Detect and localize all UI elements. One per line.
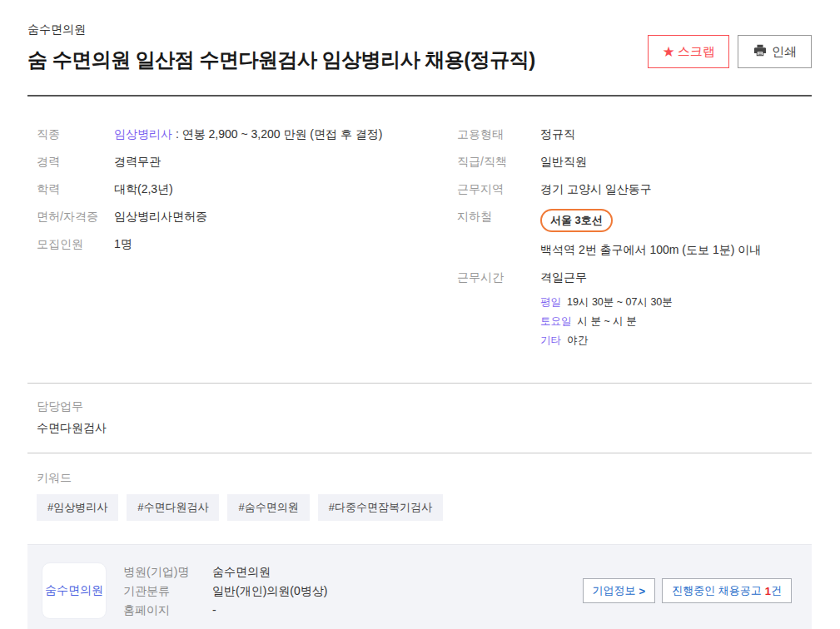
schedule-day-label: 평일 (540, 296, 561, 308)
work-time-type: 격일근무 (540, 270, 673, 285)
row-value: 임상병리사면허증 (114, 209, 207, 225)
scrap-button[interactable]: ★ 스크랩 (648, 35, 729, 68)
company-info: 병원(기업)명 숨수면의원 기관분류 일반(개인)의원(0병상) 홈페이지 - (123, 561, 327, 622)
work-schedule: 평일19시 30분 ~ 07시 30분 토요일시 분 ~ 시 분 기타야간 (540, 296, 673, 347)
job-category-link[interactable]: 임상병리사 (114, 127, 172, 141)
company-info-button[interactable]: 기업정보 > (583, 578, 656, 603)
details-right-column: 고용형태 정규직 직급/직책 일반직원 근무지역 경기 고양시 일산동구 지하철… (457, 126, 812, 365)
divider-top (27, 95, 812, 97)
details-left-column: 직종 임상병리사 : 연봉 2,900 ~ 3,200 만원 (면접 후 결정)… (37, 126, 457, 365)
scrap-button-label: 스크랩 (678, 44, 715, 60)
schedule-etc: 기타야간 (540, 334, 673, 347)
row-label: 고용형태 (457, 126, 540, 142)
active-jobs-unit: 건 (771, 583, 782, 598)
schedule-saturday: 토요일시 분 ~ 시 분 (540, 315, 673, 328)
row-label: 직급/직책 (457, 154, 540, 170)
printer-icon (753, 43, 772, 60)
row-value: - (212, 602, 216, 618)
company-name-small: 숨수면의원 (27, 22, 648, 37)
row-value: 경기 고양시 일산동구 (540, 181, 652, 197)
header: 숨수면의원 숨 수면의원 일산점 수면다원검사 임상병리사 채용(정규직) ★ … (27, 22, 812, 73)
row-value: 1명 (114, 236, 132, 252)
duty-section: 담당업무 수면다원검사 (27, 399, 812, 436)
salary-text: : 연봉 2,900 ~ 3,200 만원 (면접 후 결정) (172, 127, 382, 141)
row-job-category: 직종 임상병리사 : 연봉 2,900 ~ 3,200 만원 (면접 후 결정) (37, 126, 457, 142)
keyword-chip[interactable]: #임상병리사 (37, 494, 118, 521)
star-icon: ★ (662, 43, 674, 61)
print-button[interactable]: 인쇄 (738, 35, 812, 68)
subway-note: 백석역 2번 출구에서 100m (도보 1분) 이내 (540, 242, 761, 258)
print-button-label: 인쇄 (772, 44, 797, 60)
row-label: 모집인원 (37, 236, 114, 252)
company-name-row: 병원(기업)명 숨수면의원 (123, 564, 327, 580)
row-value: 숨수면의원 (212, 564, 271, 580)
keyword-chip[interactable]: #다중수면잠복기검사 (318, 494, 443, 521)
row-education: 학력 대학(2,3년) (37, 181, 457, 197)
job-posting-page: 숨수면의원 숨 수면의원 일산점 수면다원검사 임상병리사 채용(정규직) ★ … (0, 0, 840, 629)
row-value: 정규직 (540, 126, 575, 142)
schedule-weekday: 평일19시 30분 ~ 07시 30분 (540, 296, 673, 309)
subway-line-badge: 서울 3호선 (540, 209, 613, 232)
divider (27, 453, 812, 453)
row-employment-type: 고용형태 정규직 (457, 126, 812, 142)
row-career: 경력 경력무관 (37, 154, 457, 170)
company-panel: 숨수면의원 병원(기업)명 숨수면의원 기관분류 일반(개인)의원(0병상) 홈… (27, 544, 812, 629)
duty-value: 수면다원검사 (37, 421, 812, 436)
row-work-time: 근무시간 격일근무 평일19시 30분 ~ 07시 30분 토요일시 분 ~ 시… (457, 270, 812, 354)
header-titles: 숨수면의원 숨 수면의원 일산점 수면다원검사 임상병리사 채용(정규직) (27, 22, 648, 73)
schedule-time: 19시 30분 ~ 07시 30분 (567, 296, 673, 308)
row-value: 일반직원 (540, 154, 587, 170)
header-buttons: ★ 스크랩 인쇄 (648, 35, 812, 68)
schedule-day-label: 기타 (540, 334, 561, 346)
work-time-value: 격일근무 평일19시 30분 ~ 07시 30분 토요일시 분 ~ 시 분 기타… (540, 270, 673, 354)
row-label: 기관분류 (123, 583, 212, 599)
row-label: 학력 (37, 181, 114, 197)
keywords-label: 키워드 (37, 471, 812, 486)
row-label: 근무시간 (457, 270, 540, 354)
schedule-time: 시 분 ~ 시 분 (578, 315, 637, 327)
row-value: 대학(2,3년) (114, 181, 173, 197)
row-work-region: 근무지역 경기 고양시 일산동구 (457, 181, 812, 197)
row-subway: 지하철 서울 3호선 백석역 2번 출구에서 100m (도보 1분) 이내 (457, 209, 812, 258)
active-jobs-button[interactable]: 진행중인 채용공고 1 건 (662, 578, 792, 603)
chevron-right-icon: > (639, 585, 646, 597)
company-homepage-row: 홈페이지 - (123, 602, 327, 618)
schedule-day-label: 토요일 (540, 315, 572, 327)
divider (27, 383, 812, 384)
row-value: 임상병리사 : 연봉 2,900 ~ 3,200 만원 (면접 후 결정) (114, 126, 382, 142)
row-label: 면허/자격증 (37, 209, 114, 225)
page-title: 숨 수면의원 일산점 수면다원검사 임상병리사 채용(정규직) (27, 47, 648, 73)
company-type-row: 기관분류 일반(개인)의원(0병상) (123, 583, 327, 599)
row-label: 홈페이지 (123, 602, 212, 618)
company-panel-buttons: 기업정보 > 진행중인 채용공고 1 건 (583, 578, 792, 603)
company-info-button-label: 기업정보 (593, 583, 636, 598)
row-headcount: 모집인원 1명 (37, 236, 457, 252)
row-label: 근무지역 (457, 181, 540, 197)
job-details: 직종 임상병리사 : 연봉 2,900 ~ 3,200 만원 (면접 후 결정)… (27, 126, 812, 365)
keyword-chip[interactable]: #숨수면의원 (227, 494, 309, 521)
row-label: 경력 (37, 154, 114, 170)
keyword-chip[interactable]: #수면다원검사 (127, 494, 219, 521)
row-position: 직급/직책 일반직원 (457, 154, 812, 170)
keywords-section: 키워드 #임상병리사 #수면다원검사 #숨수면의원 #다중수면잠복기검사 (27, 471, 812, 521)
duty-label: 담당업무 (37, 399, 812, 414)
row-value: 경력무관 (114, 154, 161, 170)
active-jobs-button-label: 진행중인 채용공고 (672, 583, 762, 598)
active-jobs-count: 1 (765, 585, 771, 597)
schedule-time: 야간 (567, 334, 588, 346)
keyword-chips: #임상병리사 #수면다원검사 #숨수면의원 #다중수면잠복기검사 (37, 494, 812, 521)
row-label: 병원(기업)명 (123, 564, 212, 580)
row-license: 면허/자격증 임상병리사면허증 (37, 209, 457, 225)
row-label: 직종 (37, 126, 114, 142)
row-value: 일반(개인)의원(0병상) (212, 583, 327, 599)
row-label: 지하철 (457, 209, 540, 258)
subway-value: 서울 3호선 백석역 2번 출구에서 100m (도보 1분) 이내 (540, 209, 761, 258)
company-logo[interactable]: 숨수면의원 (42, 562, 107, 619)
